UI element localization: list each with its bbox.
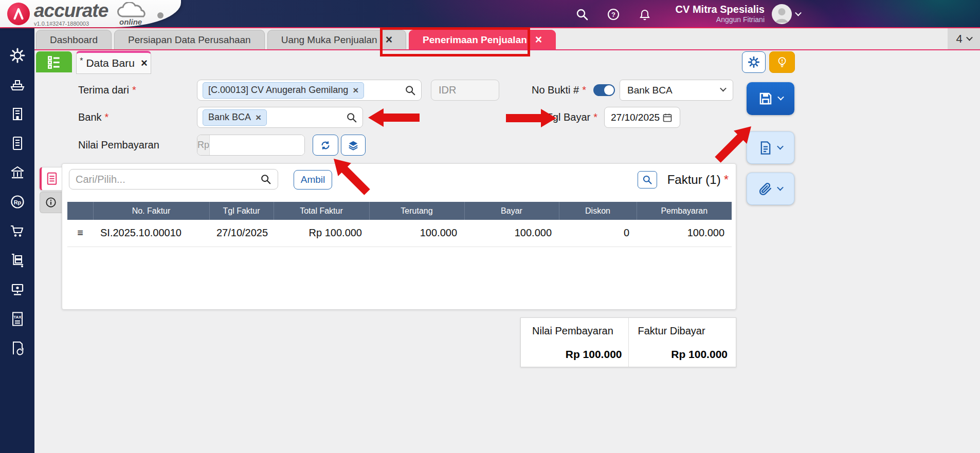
sales-cart-icon[interactable] xyxy=(9,222,26,240)
chevron-down-icon xyxy=(966,34,973,41)
tab-persiapan-data-perusahaan[interactable]: Persiapan Data Perusahaan xyxy=(114,30,265,49)
table-header-row: No. Faktur Tgl Faktur Total Faktur Terut… xyxy=(67,202,732,220)
account-block[interactable]: CV Mitra Spesialis Anggun Fitriani xyxy=(658,3,765,24)
cell-total-faktur: Rp 100.000 xyxy=(274,220,369,247)
info-icon xyxy=(45,197,57,208)
tips-button[interactable] xyxy=(769,51,795,73)
account-chevron-down-icon[interactable] xyxy=(795,10,802,16)
form-settings-button[interactable] xyxy=(742,51,766,73)
tax-icon[interactable]: TAX xyxy=(9,310,26,328)
shipping-icon[interactable] xyxy=(9,76,26,93)
cloud-icon xyxy=(115,2,147,20)
accurate-logo-icon xyxy=(7,3,30,25)
faktur-zoom-button[interactable] xyxy=(638,171,657,188)
nilai-pembayaran-field: Rp xyxy=(197,135,305,156)
recurring-doc-icon[interactable] xyxy=(9,339,26,357)
ambil-button[interactable]: Ambil xyxy=(294,170,332,190)
currency-field[interactable]: IDR xyxy=(431,80,499,101)
invoice-doc-icon xyxy=(46,172,58,185)
close-icon[interactable]: × xyxy=(386,34,392,46)
bank-label: Bank* xyxy=(78,107,108,128)
cell-pembayaran: 100.000 xyxy=(637,220,732,247)
tab-data-baru[interactable]: * Data Baru × xyxy=(76,51,151,74)
faktur-search-field xyxy=(69,169,278,190)
search-icon[interactable] xyxy=(405,85,416,96)
bank-icon[interactable] xyxy=(9,164,26,181)
terima-dari-field[interactable]: [C.00013] CV Anugerah Gemilang× xyxy=(197,80,422,101)
cell-diskon[interactable]: 0 xyxy=(559,220,637,247)
cell-tgl-faktur: 27/10/2025 xyxy=(209,220,274,247)
nilai-pembayaran-total: Rp 100.000 xyxy=(532,348,622,361)
faktur-search-input[interactable] xyxy=(76,174,260,185)
cell-terutang: 100.000 xyxy=(369,220,464,247)
drag-handle-icon[interactable]: ≡ xyxy=(67,220,93,247)
document-icon xyxy=(758,141,773,155)
tgl-bayar-field[interactable] xyxy=(604,107,680,128)
remove-chip-icon[interactable]: × xyxy=(256,112,261,123)
paperclip-icon xyxy=(758,182,773,196)
tab-info[interactable] xyxy=(40,192,62,213)
tab-faktur-detail[interactable] xyxy=(40,167,62,191)
svg-text:TAX: TAX xyxy=(13,315,22,319)
document-actions-button[interactable] xyxy=(747,131,794,164)
delivery-trolley-icon[interactable] xyxy=(9,252,26,269)
bank-field[interactable]: Bank BCA× xyxy=(197,107,363,128)
cell-no-faktur: SI.2025.10.00010 xyxy=(93,220,209,247)
user-name: Anggun Fitriani xyxy=(658,15,765,24)
tab-uang-muka-penjualan[interactable]: Uang Muka Penjualan× xyxy=(267,30,406,49)
save-dropdown-chevron-icon[interactable] xyxy=(777,94,784,101)
unsaved-marker: * xyxy=(80,56,83,66)
brand-name: accurate xyxy=(34,0,108,22)
decor-dot xyxy=(157,12,164,18)
calendar-icon[interactable] xyxy=(662,112,673,123)
settings-icon[interactable] xyxy=(9,47,26,64)
notifications-bell-icon[interactable] xyxy=(638,8,651,21)
help-icon[interactable]: ? xyxy=(607,8,620,21)
attachment-dropdown-chevron-icon[interactable] xyxy=(777,184,784,191)
search-icon[interactable] xyxy=(260,174,271,185)
no-bukti-label: No Bukti #* xyxy=(497,80,586,101)
layers-icon xyxy=(348,140,359,151)
company-icon[interactable] xyxy=(9,105,26,123)
floppy-save-icon xyxy=(758,91,773,106)
split-payment-button[interactable] xyxy=(341,135,366,156)
list-view-button[interactable] xyxy=(36,51,72,72)
remove-chip-icon[interactable]: × xyxy=(353,85,358,96)
currency-prefix: Rp xyxy=(197,135,210,155)
logo-area: accurate online v1.0.1#3247-1880003 xyxy=(0,0,181,27)
tgl-bayar-input[interactable] xyxy=(611,112,662,123)
no-bukti-toggle[interactable] xyxy=(593,84,615,96)
table-row[interactable]: ≡ SI.2025.10.00010 27/10/2025 Rp 100.000… xyxy=(67,220,732,247)
close-icon[interactable]: × xyxy=(535,34,542,46)
refresh-icon xyxy=(320,140,331,151)
currency-rp-icon[interactable]: Rp xyxy=(9,193,26,211)
no-bukti-select[interactable]: Bank BCA xyxy=(620,80,733,101)
nilai-pembayaran-input[interactable] xyxy=(210,135,305,155)
main-content: * Data Baru × Terima dari* [C.00013] CV … xyxy=(34,50,980,453)
document-dropdown-chevron-icon[interactable] xyxy=(777,143,784,149)
ledger-icon[interactable] xyxy=(9,135,26,152)
search-icon[interactable] xyxy=(575,8,589,21)
app-window: accurate online v1.0.1#3247-1880003 ? CV… xyxy=(0,0,980,453)
tab-counter-dropdown[interactable]: 4 xyxy=(948,28,980,49)
pos-desk-icon[interactable] xyxy=(9,281,26,298)
search-icon xyxy=(642,175,652,185)
refresh-amount-button[interactable] xyxy=(313,135,338,156)
save-button[interactable] xyxy=(747,82,794,115)
lightbulb-icon xyxy=(775,55,789,69)
cell-bayar[interactable]: 100.000 xyxy=(464,220,559,247)
company-name: CV Mitra Spesialis xyxy=(658,3,765,15)
tab-penerimaan-penjualan[interactable]: Penerimaan Penjualan× xyxy=(409,30,556,49)
list-icon xyxy=(45,53,63,71)
faktur-panel: Ambil Faktur (1)* No. Faktur Tgl Faktur … xyxy=(62,163,736,310)
search-icon[interactable] xyxy=(346,112,357,123)
avatar[interactable] xyxy=(772,4,792,24)
tab-dashboard[interactable]: Dashboard xyxy=(36,30,112,49)
top-header: accurate online v1.0.1#3247-1880003 ? CV… xyxy=(0,0,980,28)
svg-text:Rp: Rp xyxy=(13,199,21,205)
close-icon[interactable]: × xyxy=(141,56,148,70)
faktur-table: No. Faktur Tgl Faktur Total Faktur Terut… xyxy=(67,202,732,247)
summary-nilai-pembayaran: Nilai Pembayaran Rp 100.000 xyxy=(521,318,628,367)
attachment-button[interactable] xyxy=(747,173,794,205)
tgl-bayar-label: Tgl Bayar* xyxy=(518,107,597,128)
